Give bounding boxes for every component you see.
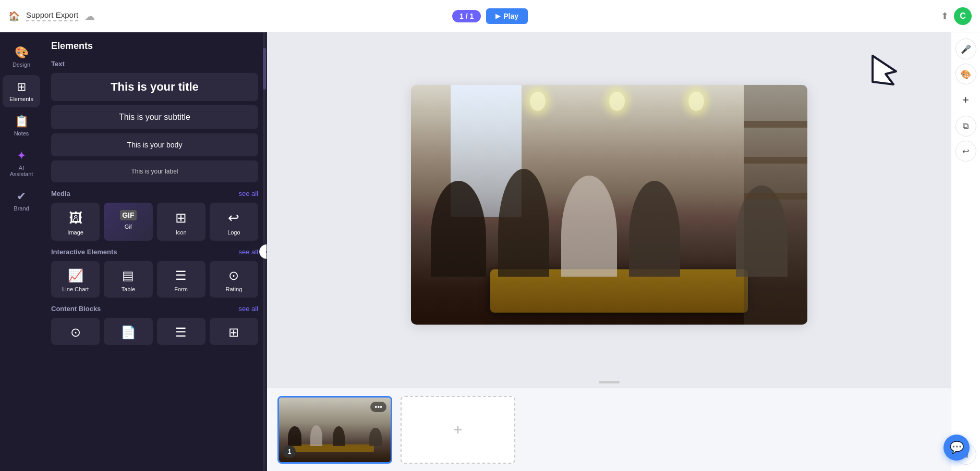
sidebar-label-design: Design	[13, 61, 30, 68]
design-icon: 🎨	[15, 46, 29, 59]
add-element-button[interactable]: +	[954, 89, 977, 111]
content-blocks-see-all[interactable]: see all	[238, 305, 258, 313]
content-blocks-grid: ⊙ 📄 ☰ ⊞	[51, 318, 258, 345]
cb-icon-3: ☰	[175, 325, 187, 340]
media-grid: 🖼 Image GIF Gif ⊞ Icon ↩ Logo	[51, 203, 258, 241]
logo-icon: ↩	[228, 210, 239, 226]
cb-item-4[interactable]: ⊞	[210, 318, 258, 345]
sidebar-label-ai: AI Assistant	[7, 165, 36, 177]
image-icon: 🖼	[69, 210, 82, 226]
home-icon[interactable]: 🏠	[8, 10, 20, 22]
interactive-see-all[interactable]: see all	[238, 248, 258, 256]
slide-counter: 1 / 1	[452, 10, 481, 22]
main-layout: 🎨 Design ⊞ Elements 📋 Notes ✦ AI Assista…	[0, 32, 980, 471]
interactive-item-table[interactable]: ▤ Table	[104, 261, 152, 298]
sidebar-item-design[interactable]: 🎨 Design	[3, 41, 40, 73]
cb-icon-1: ⊙	[70, 325, 81, 340]
share-icon[interactable]: ⬆	[941, 10, 949, 22]
slide-canvas	[267, 32, 951, 377]
elements-icon: ⊞	[17, 80, 26, 94]
cb-icon-2: 📄	[120, 325, 136, 340]
chat-icon: 💬	[950, 441, 964, 454]
panel-title: Elements	[51, 41, 258, 52]
scrollbar-thumb	[263, 48, 266, 90]
interactive-grid: 📈 Line Chart ▤ Table ☰ Form ⊙ Rating	[51, 261, 258, 298]
sidebar-label-brand: Brand	[14, 205, 29, 212]
icon-icon: ⊞	[175, 210, 187, 226]
interactive-section-header: Interactive Elements see all	[51, 248, 258, 256]
media-see-all[interactable]: see all	[238, 190, 258, 197]
thumb-dots-1[interactable]: •••	[370, 402, 386, 412]
sidebar-item-notes[interactable]: 📋 Notes	[3, 109, 40, 142]
media-item-image[interactable]: 🖼 Image	[51, 203, 100, 241]
right-toolbar: 🎤 🎨 + ⧉ ↩ 🗑	[951, 32, 980, 471]
gif-icon: GIF	[120, 210, 136, 220]
media-item-logo[interactable]: ↩ Logo	[210, 203, 258, 241]
collapse-panel-button[interactable]: ‹	[259, 244, 267, 259]
interactive-item-rating[interactable]: ⊙ Rating	[210, 261, 258, 298]
topbar-center: 1 / 1 Play	[452, 8, 528, 24]
form-icon: ☰	[175, 268, 187, 283]
cb-icon-4: ⊞	[228, 325, 239, 340]
topbar-right: ⬆ C	[528, 7, 972, 25]
canvas-area: 1 ••• +	[267, 32, 951, 471]
notes-icon: 📋	[15, 115, 29, 128]
cb-item-2[interactable]: 📄	[104, 318, 152, 345]
add-slide-button[interactable]: +	[401, 396, 515, 464]
sidebar-label-elements: Elements	[9, 96, 33, 102]
thumb-number-1: 1	[283, 445, 296, 458]
title-text-item[interactable]: This is your title	[51, 73, 258, 101]
brand-icon: ✔	[17, 190, 26, 203]
cb-item-3[interactable]: ☰	[157, 318, 205, 345]
table-icon: ▤	[122, 268, 134, 283]
rating-icon: ⊙	[228, 268, 239, 283]
sidebar-item-brand[interactable]: ✔ Brand	[3, 184, 40, 217]
content-blocks-label: Content Blocks	[51, 305, 101, 313]
chat-button[interactable]: 💬	[943, 435, 970, 461]
icon-sidebar: 🎨 Design ⊞ Elements 📋 Notes ✦ AI Assista…	[0, 32, 43, 471]
slide-handle	[267, 377, 951, 388]
body-text-item[interactable]: This is your body	[51, 133, 258, 156]
play-button[interactable]: Play	[486, 8, 528, 24]
sidebar-item-elements[interactable]: ⊞ Elements	[3, 75, 40, 107]
mic-button[interactable]: 🎤	[955, 39, 976, 59]
copy-button[interactable]: ⧉	[955, 116, 976, 137]
palette-button[interactable]: 🎨	[955, 64, 976, 84]
label-text-item[interactable]: This is your label	[51, 160, 258, 182]
interactive-item-linechart[interactable]: 📈 Line Chart	[51, 261, 100, 298]
undo-button[interactable]: ↩	[955, 141, 976, 162]
media-section-label: Media	[51, 190, 70, 197]
elements-panel: Elements Text This is your title This is…	[43, 32, 267, 471]
slide-frame[interactable]	[411, 85, 807, 325]
thumbnail-1[interactable]: 1 •••	[277, 396, 392, 464]
add-slide-icon: +	[453, 421, 463, 439]
content-blocks-header: Content Blocks see all	[51, 305, 258, 313]
project-title[interactable]: Support Export	[26, 10, 78, 21]
interactive-section-label: Interactive Elements	[51, 248, 117, 256]
thumbnail-strip: 1 ••• +	[267, 388, 951, 471]
handle-bar	[599, 381, 620, 383]
avatar: C	[954, 7, 972, 25]
sidebar-label-notes: Notes	[14, 130, 29, 137]
text-section-label: Text	[51, 60, 258, 68]
cb-item-1[interactable]: ⊙	[51, 318, 100, 345]
media-item-icon[interactable]: ⊞ Icon	[157, 203, 205, 241]
linechart-icon: 📈	[68, 268, 83, 283]
media-item-gif[interactable]: GIF Gif	[104, 203, 152, 241]
cloud-icon: ☁	[84, 10, 95, 22]
topbar: 🏠 Support Export ☁ 1 / 1 Play ⬆ C	[0, 0, 980, 32]
topbar-left: 🏠 Support Export ☁	[8, 10, 452, 22]
media-section-header: Media see all	[51, 190, 258, 197]
sidebar-item-ai-assistant[interactable]: ✦ AI Assistant	[3, 144, 40, 182]
subtitle-text-item[interactable]: This is your subtitle	[51, 105, 258, 129]
interactive-item-form[interactable]: ☰ Form	[157, 261, 205, 298]
ai-assistant-icon: ✦	[17, 149, 26, 163]
